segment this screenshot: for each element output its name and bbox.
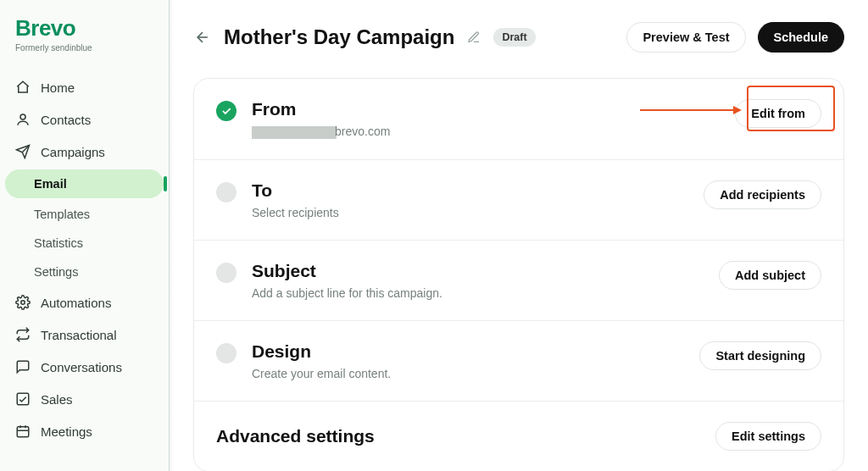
sidebar-sub-email[interactable]: Email bbox=[5, 169, 164, 198]
brand-name: Brevo bbox=[15, 15, 153, 42]
section-to-sub: Select recipients bbox=[252, 206, 688, 219]
sidebar-sub-label: Templates bbox=[34, 208, 90, 221]
section-design-title: Design bbox=[252, 341, 684, 362]
section-design-sub: Create your email content. bbox=[252, 367, 684, 380]
brand-block: Brevo Formerly sendinblue bbox=[0, 15, 169, 66]
sales-icon bbox=[15, 391, 31, 407]
section-subject-sub: Add a subject line for this campaign. bbox=[252, 286, 704, 300]
header-bar: Mother's Day Campaign Draft Preview & Te… bbox=[193, 22, 844, 53]
status-done-icon bbox=[216, 101, 236, 121]
sidebar-item-label: Meetings bbox=[41, 424, 92, 439]
transactional-icon bbox=[15, 327, 31, 342]
sidebar-item-label: Campaigns bbox=[41, 145, 105, 159]
sidebar-item-meetings[interactable]: Meetings bbox=[0, 415, 169, 447]
sidebar-sub-label: Settings bbox=[34, 265, 78, 279]
sidebar-item-conversations[interactable]: Conversations bbox=[0, 351, 169, 383]
sidebar-item-home[interactable]: Home bbox=[0, 71, 169, 103]
sidebar: Brevo Formerly sendinblue Home Contacts … bbox=[0, 0, 170, 471]
brand-subtitle: Formerly sendinblue bbox=[15, 43, 153, 53]
section-subject: Subject Add a subject line for this camp… bbox=[194, 241, 843, 321]
campaign-setup-card: From brevo.com Edit from To Select recip… bbox=[193, 78, 844, 471]
meetings-icon bbox=[15, 424, 31, 439]
section-from-sub: brevo.com bbox=[252, 125, 720, 139]
section-from-title: From bbox=[252, 99, 720, 119]
section-to: To Select recipients Add recipients bbox=[194, 160, 843, 241]
section-advanced: Advanced settings Edit settings bbox=[194, 402, 843, 471]
sidebar-sub-statistics[interactable]: Statistics bbox=[0, 229, 169, 258]
status-pending-icon bbox=[216, 263, 236, 283]
preview-test-button[interactable]: Preview & Test bbox=[626, 22, 745, 53]
sidebar-item-label: Automations bbox=[41, 296, 111, 310]
start-designing-button[interactable]: Start designing bbox=[699, 341, 821, 370]
edit-title-icon[interactable] bbox=[466, 30, 481, 45]
redacted-sender bbox=[252, 126, 337, 139]
campaigns-icon bbox=[15, 144, 31, 159]
section-advanced-title: Advanced settings bbox=[216, 426, 700, 446]
sidebar-sub-templates[interactable]: Templates bbox=[0, 200, 169, 229]
svg-point-0 bbox=[20, 114, 25, 119]
status-pending-icon bbox=[216, 343, 236, 363]
svg-rect-2 bbox=[17, 393, 29, 405]
sidebar-item-label: Sales bbox=[41, 392, 73, 407]
main-content: Mother's Day Campaign Draft Preview & Te… bbox=[170, 0, 868, 471]
edit-from-button[interactable]: Edit from bbox=[735, 99, 821, 128]
schedule-button[interactable]: Schedule bbox=[758, 22, 844, 53]
section-design: Design Create your email content. Start … bbox=[194, 321, 843, 402]
sidebar-item-label: Contacts bbox=[41, 113, 91, 127]
sidebar-nav: Home Contacts Campaigns Email Templates … bbox=[0, 71, 169, 447]
sidebar-item-label: Transactional bbox=[41, 328, 117, 342]
campaign-title: Mother's Day Campaign bbox=[224, 25, 454, 49]
section-subject-title: Subject bbox=[252, 261, 704, 281]
sidebar-item-sales[interactable]: Sales bbox=[0, 383, 169, 415]
section-to-title: To bbox=[252, 180, 688, 201]
add-subject-button[interactable]: Add subject bbox=[719, 261, 821, 290]
edit-settings-button[interactable]: Edit settings bbox=[715, 422, 821, 451]
conversations-icon bbox=[15, 359, 31, 374]
sidebar-sub-settings[interactable]: Settings bbox=[0, 258, 169, 286]
sidebar-item-transactional[interactable]: Transactional bbox=[0, 319, 169, 351]
add-recipients-button[interactable]: Add recipients bbox=[704, 180, 821, 209]
svg-point-1 bbox=[21, 301, 25, 305]
sidebar-item-contacts[interactable]: Contacts bbox=[0, 103, 169, 136]
back-arrow-icon[interactable] bbox=[193, 28, 212, 47]
sidebar-sub-label: Email bbox=[34, 177, 67, 191]
sidebar-item-automations[interactable]: Automations bbox=[0, 286, 169, 319]
contacts-icon bbox=[15, 112, 31, 127]
sidebar-item-label: Conversations bbox=[41, 360, 122, 374]
svg-rect-3 bbox=[17, 427, 29, 437]
status-badge: Draft bbox=[493, 28, 535, 47]
status-pending-icon bbox=[216, 182, 236, 202]
sidebar-item-label: Home bbox=[41, 80, 75, 95]
sidebar-item-campaigns[interactable]: Campaigns bbox=[0, 136, 169, 168]
section-from: From brevo.com Edit from bbox=[194, 79, 843, 160]
automations-icon bbox=[15, 295, 31, 310]
home-icon bbox=[15, 80, 31, 95]
sidebar-sub-label: Statistics bbox=[34, 236, 83, 250]
